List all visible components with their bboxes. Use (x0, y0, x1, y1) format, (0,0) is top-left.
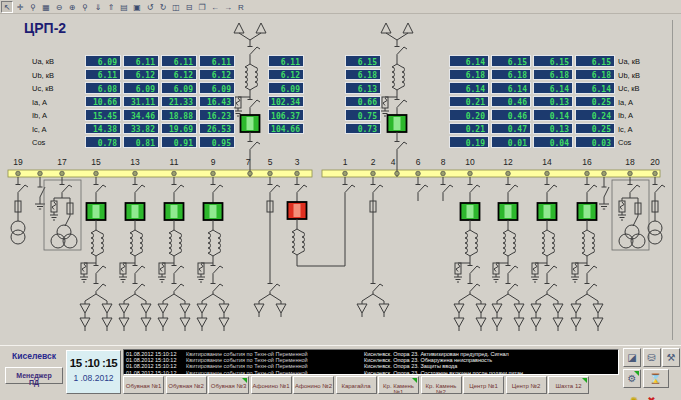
tab-Обувная №1[interactable]: Обувная №1 (123, 376, 164, 394)
tools-icon[interactable]: ⚒ (662, 348, 680, 367)
bus-labels: 1917151311975312468101214161820 (0, 157, 681, 167)
feeder-5[interactable] (254, 171, 286, 317)
meter-grid-incomer-left: 6.116.126.09102.34106.37104.66 (268, 55, 304, 134)
tab-Кр. Камень №2[interactable]: Кр. Камень №2 (421, 376, 462, 394)
side-buttons-row1: ◪⛁⚒ (623, 348, 680, 367)
meter-value: 6.13 (345, 82, 381, 94)
refresh-icon[interactable]: R (235, 1, 247, 13)
bus-label-16: 16 (575, 157, 599, 167)
pan-icon[interactable]: ✛ (14, 1, 26, 13)
meter-value: 33.82 (123, 123, 159, 135)
tab-Кр. Камень №1[interactable]: Кр. Камень №1 (378, 376, 419, 394)
save-icon[interactable]: ▣ (131, 1, 143, 13)
feeder-13[interactable] (119, 171, 151, 331)
tab-Шахта 12[interactable]: Шахта 12 (548, 376, 589, 394)
meter-grid-incomer-right: 6.156.186.130.660.750.73 (345, 55, 381, 134)
tab-Афонино №1[interactable]: Афонино №1 (251, 376, 292, 394)
site-label: Киселевск (6, 351, 62, 361)
bus-label-20: 20 (643, 157, 667, 167)
tab-Карагайла[interactable]: Карагайла (336, 376, 377, 394)
meter-value: 6.18 (345, 69, 381, 81)
bus-label-12: 12 (496, 157, 520, 167)
meter-value: 19.69 (161, 123, 197, 135)
incomer-7[interactable] (234, 23, 266, 177)
clock-time: 15 :10 :15 (67, 357, 120, 369)
eraser-icon[interactable]: ◪ (623, 348, 641, 367)
meter-value: 0.04 (533, 136, 573, 148)
select-cursor-icon[interactable]: ↖ (1, 1, 13, 13)
export-icon[interactable]: ⇓ (92, 1, 104, 13)
zoom-area-icon[interactable]: ⚲ (79, 1, 91, 13)
meter-value: 18.88 (161, 109, 197, 121)
back-icon[interactable]: ← (209, 1, 221, 13)
meter-value: 6.18 (575, 69, 615, 81)
meter-value: 0.20 (449, 109, 489, 121)
scheme-panel: ЦРП-2 (0, 14, 681, 345)
settings-icon[interactable]: ⚙ (623, 369, 641, 388)
pd-manager-button[interactable]: Менеджер ПД (5, 367, 63, 384)
feeder-14[interactable] (531, 171, 563, 331)
status-panel: Киселевск Менеджер ПД 15 :10 :15 1 .08.2… (0, 345, 681, 400)
meter-value: 0.01 (491, 136, 531, 148)
bus-label-18: 18 (618, 157, 642, 167)
feeder-16[interactable] (571, 171, 603, 331)
zoom-in-icon[interactable]: ⊕ (66, 1, 78, 13)
feeder-12[interactable] (492, 171, 524, 331)
meter-value: 16.23 (199, 109, 235, 121)
tile-horizontal-icon[interactable]: ⊟ (183, 1, 195, 13)
meter-value: 6.11 (268, 55, 304, 67)
bus-label-9: 9 (201, 157, 225, 167)
feeder-9[interactable] (197, 171, 229, 331)
side-buttons-row2: ⚙⌛ (623, 369, 669, 388)
meter-value: 106.37 (268, 109, 304, 121)
copy-page-icon[interactable]: ❐ (196, 1, 208, 13)
feeder-20[interactable] (648, 171, 665, 244)
meter-value: 6.11 (199, 55, 235, 67)
red-alarm-icon[interactable]: ✖ (644, 391, 660, 400)
sun-alarm-icon[interactable]: ✺ (626, 391, 642, 400)
print-save-icon[interactable]: ⛁ (643, 348, 661, 367)
feeder-11[interactable] (158, 171, 190, 331)
zoom-out-icon[interactable]: ⊖ (53, 1, 65, 13)
bus-label-8: 8 (431, 157, 455, 167)
magnifier-icon[interactable]: ⚲ (27, 1, 39, 13)
meter-row-label: Ia, A (32, 96, 82, 110)
feeder-2[interactable] (357, 171, 389, 317)
tab-label: Кр. Камень №2 (426, 383, 457, 394)
bus-tie-breaker[interactable] (288, 202, 307, 219)
event-log[interactable]: 01.08.2012 15:10:12Квитирование события … (123, 349, 619, 375)
timer-icon[interactable]: ⌛ (643, 369, 669, 388)
incomer-4[interactable] (381, 23, 413, 177)
tab-label: Обувная №2 (168, 383, 204, 389)
import-icon[interactable]: ⇑ (105, 1, 117, 13)
meter-value: 6.15 (575, 55, 615, 67)
feeder-15[interactable] (80, 171, 112, 331)
meter-value: 6.14 (449, 55, 489, 67)
tab-Центр №2[interactable]: Центр №2 (506, 376, 547, 394)
meter-value: 6.08 (85, 82, 121, 94)
forward-icon[interactable]: → (222, 1, 234, 13)
clock-date: 1 .08.2012 (67, 373, 120, 383)
report-icon[interactable]: ▤ (118, 1, 130, 13)
tab-status-marker (582, 378, 587, 383)
tile-vertical-icon[interactable]: ◫ (170, 1, 182, 13)
tab-Обувная №2[interactable]: Обувная №2 (166, 376, 207, 394)
feeder-10[interactable] (454, 171, 486, 331)
meter-row-label: Ub, кВ (32, 69, 82, 83)
meter-value: 0.21 (449, 123, 489, 135)
tab-Афонино №2[interactable]: Афонино №2 (293, 376, 334, 394)
busbar-left (8, 170, 312, 177)
meter-value: 0.95 (199, 136, 235, 148)
meter-value: 0.13 (533, 96, 573, 108)
bus-tie-feeder[interactable] (288, 171, 356, 266)
undo-icon[interactable]: ↺ (144, 1, 156, 13)
redo-icon[interactable]: ↻ (157, 1, 169, 13)
grid-icon[interactable]: ▦ (40, 1, 52, 13)
feeder-18-transformer[interactable] (612, 171, 649, 250)
tab-Обувная №3[interactable]: Обувная №3 (208, 376, 249, 394)
feeder-17-transformer[interactable] (44, 171, 81, 250)
tab-Центр №1[interactable]: Центр №1 (463, 376, 504, 394)
feeder-19[interactable] (11, 171, 28, 244)
meter-row-label: Ic, A (32, 123, 82, 137)
meter-value: 6.12 (268, 69, 304, 81)
